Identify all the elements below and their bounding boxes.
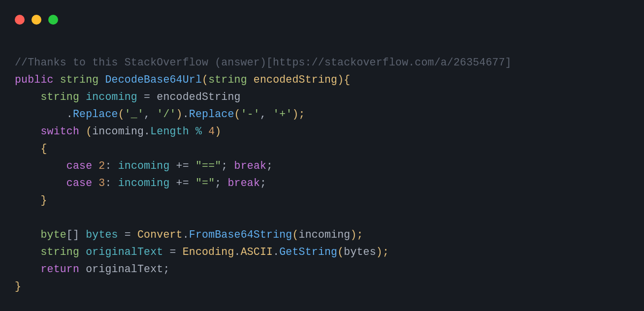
colon: : <box>105 177 118 189</box>
colon: : <box>105 160 118 172</box>
dot: . <box>66 108 73 120</box>
keyword-return: return <box>40 263 79 275</box>
string-literal: "=" <box>195 177 215 189</box>
indent <box>15 91 40 103</box>
rparen-semi: ); <box>376 246 389 258</box>
brackets: [] <box>66 229 79 241</box>
eq: = <box>118 229 137 241</box>
method-name: DecodeBase64Url <box>105 74 202 86</box>
comma: , <box>144 108 157 120</box>
code-block: //Thanks to this StackOverflow (answer)[… <box>15 54 629 295</box>
brace-open: { <box>40 143 47 155</box>
lparen: ( <box>292 229 298 241</box>
keyword-public: public <box>15 74 54 86</box>
arg-bytes: bytes <box>344 246 376 258</box>
rparen: ); <box>292 108 305 120</box>
method-getstring: GetString <box>279 246 337 258</box>
keyword-case: case <box>66 160 92 172</box>
comma: , <box>260 108 273 120</box>
rhs: encodedString <box>157 91 240 103</box>
string-literal: "==" <box>195 160 221 172</box>
brace-close: } <box>40 194 47 206</box>
minimize-icon[interactable] <box>32 15 41 25</box>
indent <box>15 143 40 155</box>
number: 3 <box>98 177 105 189</box>
char-literal: '-' <box>241 108 260 120</box>
class-encoding: Encoding <box>183 246 234 258</box>
close-icon[interactable] <box>15 15 25 25</box>
dot: . <box>183 229 189 241</box>
semi: ; <box>221 160 234 172</box>
op-plus-eq: += <box>170 177 195 189</box>
rparen-brace: ){ <box>337 74 350 86</box>
rparen: ) <box>215 125 221 137</box>
mod-op: % <box>189 125 208 137</box>
lparen: ( <box>202 74 208 86</box>
space <box>79 263 86 275</box>
prop-ascii: ASCII <box>241 246 273 258</box>
var-incoming: incoming <box>118 177 170 189</box>
char-literal: '_' <box>125 108 144 120</box>
indent <box>15 125 40 137</box>
space <box>79 229 86 241</box>
op-plus-eq: += <box>170 160 195 172</box>
lparen: ( <box>234 108 241 120</box>
var-incoming: incoming <box>92 125 144 137</box>
arg-incoming: incoming <box>299 229 351 241</box>
eq: = <box>163 246 182 258</box>
var-bytes: bytes <box>86 229 118 241</box>
brace-end: } <box>15 280 21 292</box>
indent <box>15 229 40 241</box>
rparen-semi: ); <box>350 229 363 241</box>
char-literal: '/' <box>157 108 176 120</box>
keyword-break: break <box>227 177 260 189</box>
class-convert: Convert <box>137 229 183 241</box>
semi: ; <box>266 160 273 172</box>
zoom-icon[interactable] <box>48 15 58 25</box>
indent <box>15 194 40 206</box>
param-name: encodedString <box>254 74 337 86</box>
space <box>79 246 86 258</box>
lparen: ( <box>86 125 92 137</box>
indent <box>15 246 40 258</box>
var-originaltext: originalText <box>86 246 163 258</box>
type-string: string <box>40 246 79 258</box>
char-literal: '+' <box>273 108 292 120</box>
space <box>79 125 86 137</box>
replace-call: Replace <box>189 108 234 120</box>
var-incoming: incoming <box>118 160 170 172</box>
number: 4 <box>208 125 215 137</box>
code-comment: //Thanks to this StackOverflow (answer)[… <box>15 57 512 68</box>
number: 2 <box>98 160 105 172</box>
lparen: ( <box>337 246 344 258</box>
type-string: string <box>60 74 99 86</box>
space <box>92 177 98 189</box>
indent <box>15 160 66 172</box>
dot: . <box>144 125 150 137</box>
method-frombase64: FromBase64String <box>189 229 292 241</box>
keyword-switch: switch <box>40 125 79 137</box>
type-byte: byte <box>40 229 66 241</box>
indent <box>15 177 66 189</box>
indent <box>15 263 40 275</box>
keyword-break: break <box>234 160 267 172</box>
semi: ; <box>215 177 227 189</box>
var-originaltext: originalText <box>86 263 163 275</box>
rparen: ) <box>176 108 183 120</box>
keyword-case: case <box>66 177 92 189</box>
var-incoming: incoming <box>86 91 137 103</box>
prop-length: Length <box>150 125 189 137</box>
replace-call: Replace <box>73 108 118 120</box>
semi: ; <box>260 177 266 189</box>
type-string: string <box>40 91 79 103</box>
lparen: ( <box>118 108 125 120</box>
dot: . <box>234 246 241 258</box>
space <box>92 160 98 172</box>
eq: = <box>137 91 157 103</box>
code-window: //Thanks to this StackOverflow (answer)[… <box>0 0 644 311</box>
window-titlebar <box>15 15 58 25</box>
semi: ; <box>163 263 169 275</box>
indent <box>15 108 66 120</box>
param-type: string <box>208 74 247 86</box>
dot: . <box>183 108 189 120</box>
